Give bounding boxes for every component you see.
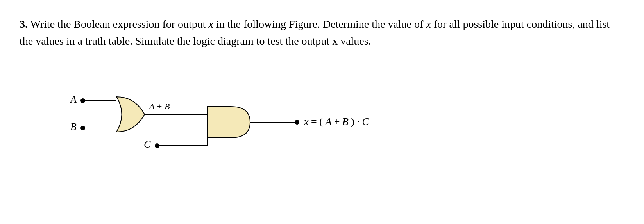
question-text: 3. Write the Boolean expression for outp… [20, 16, 624, 50]
question-number: 3. [20, 18, 28, 30]
output-expression: x = ( A + B ) · C [304, 116, 369, 127]
underlined-phrase: conditions, and [527, 18, 594, 30]
input-a-dot [80, 98, 85, 103]
or-output-label: A + B [148, 101, 170, 111]
or-gate-body [116, 97, 145, 132]
circuit-svg: A B A + B C [59, 69, 410, 159]
and-gate-body [207, 107, 250, 138]
input-c-dot [155, 143, 159, 148]
output-dot [295, 120, 299, 125]
input-b-dot [80, 126, 85, 130]
input-c-label: C [144, 139, 151, 150]
input-a-label: A [70, 94, 77, 105]
logic-diagram: A B A + B C [20, 69, 624, 159]
question-container: 3. Write the Boolean expression for outp… [20, 16, 624, 159]
input-b-label: B [70, 121, 77, 132]
